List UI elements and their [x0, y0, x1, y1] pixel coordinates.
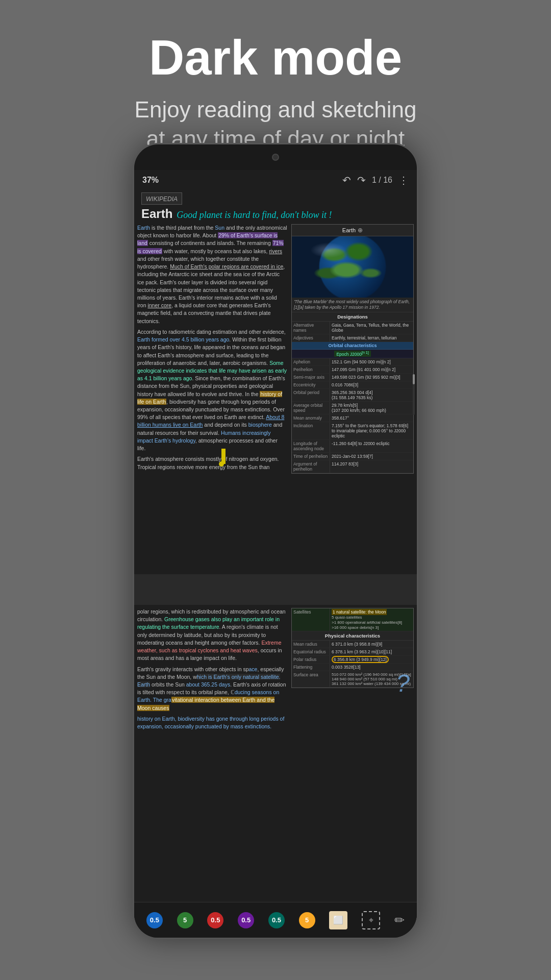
longitude-row: Longitude of ascending node -11.260 64[8…: [292, 440, 413, 453]
infobox-title: Earth ⊕: [292, 225, 413, 236]
purple-color-circle[interactable]: 0.5: [238, 912, 254, 928]
menu-icon[interactable]: ⋮: [398, 174, 409, 186]
perihelion-row: Perihelion 147.095 Gm (91 401 000 mi)[n …: [292, 366, 413, 374]
left-column: Earth is the third planet from the Sun a…: [137, 224, 287, 571]
bookmark-dot: [219, 461, 224, 467]
epoch-value: Epoch J2000[n 1]: [334, 351, 370, 357]
page-break: [134, 574, 417, 605]
color-tool-2[interactable]: 5: [177, 912, 193, 928]
history-on-text: history on Earth, biodiversity has gone …: [137, 715, 287, 730]
phone-top-bar: [134, 144, 417, 170]
orbital-header: Orbital characteristics: [292, 342, 413, 350]
infobox-2: Satellites 1 natural satellite: the Moon…: [291, 608, 414, 688]
alt-names-row: Alternative names Gaia, Gaea, Terra, Tel…: [292, 322, 413, 334]
left-column-2: polar regions, which is redistributed by…: [137, 608, 287, 863]
epoch-row: Epoch J2000[n 1]: [292, 350, 413, 358]
equatorial-radius-row: Equatorial radius 6 378.1 km (3 963.2 mi…: [292, 648, 413, 656]
adjectives-row: Adjectives Earthly, terrestrial, terran,…: [292, 334, 413, 342]
aphelion-row: Aphelion 152.1 Gm (94 500 000 mi)[n 2]: [292, 358, 413, 366]
orbital-period-row: Orbital period 365.256 363 004 d[4] (31 …: [292, 389, 413, 402]
content-area-1: Earth is the third planet from the Sun a…: [134, 224, 417, 571]
battery-level: 37%: [142, 176, 159, 185]
inclination-row: Inclination 7.155° to the Sun's equator;…: [292, 422, 413, 440]
mean-anomaly-row: Mean anomaly 358.617°: [292, 414, 413, 422]
lasso-icon: ⌖: [369, 916, 373, 925]
eccentricity-row: Eccentricity 0.016 7086[3]: [292, 381, 413, 389]
undo-icon[interactable]: ↶: [342, 174, 351, 186]
page2-paragraph-2: Earth's gravity interacts with other obj…: [137, 666, 287, 712]
screen: 37% ↶ ↷ 1 / 16 ⋮ WIKIPEDIA Earth Good pl…: [134, 170, 417, 938]
blue-color-circle[interactable]: 0.5: [146, 912, 163, 928]
article-paragraph-1: Earth is the third planet from the Sun a…: [137, 224, 287, 325]
polar-radius-annotation: 6 356.8 km (3 949.9 mi)[12]: [332, 656, 389, 663]
mean-radius-row: Mean radius 6 371.0 km (3 958.8 mi)[9]: [292, 641, 413, 648]
bottom-toolbar: 0.5 5 0.5 0.5 0.5: [134, 902, 417, 938]
infobox-caption: 'The Blue Marble' the most widely used p…: [292, 298, 413, 312]
page2-paragraph-1: polar regions, which is redistributed by…: [137, 608, 287, 663]
article-title-row: Earth Good planet is hard to find, don't…: [141, 207, 410, 221]
avg-orbital-row: Average orbital speed 29.78 km/s[5] (107…: [292, 402, 413, 414]
color-tool-3[interactable]: 0.5: [207, 912, 223, 928]
semi-major-row: Semi-major axis 149.598 023 Gm (92 955 9…: [292, 374, 413, 381]
scroll-indicator: [413, 374, 415, 415]
article-title: Earth: [141, 207, 172, 221]
eraser-button[interactable]: ⬜: [329, 911, 347, 929]
polar-radius-row: Polar radius 6 356.8 km (3 949.9 mi)[12]: [292, 656, 413, 664]
wiki-header: WIKIPEDIA Earth Good planet is hard to f…: [134, 190, 417, 224]
teal-color-circle[interactable]: 0.5: [268, 912, 285, 928]
article-paragraph-2: According to radiometric dating estimati…: [137, 328, 287, 453]
red-color-circle[interactable]: 0.5: [207, 912, 223, 928]
article-paragraph-3: Earth's atmosphere consists mostly of ni…: [137, 455, 287, 471]
color-tool-6[interactable]: 5: [299, 912, 315, 928]
status-bar-right: ↶ ↷ 1 / 16 ⋮: [342, 174, 409, 186]
question-mark-annotation: ?: [396, 669, 410, 697]
pencil-button[interactable]: ✏: [394, 913, 405, 927]
surface-area-row: Surface area 510 072 000 km² (196 940 00…: [292, 671, 413, 688]
redo-icon[interactable]: ↷: [357, 174, 366, 186]
designations-title: Designations: [292, 312, 413, 322]
eraser-icon: ⬜: [333, 915, 343, 925]
perihelion-time-row: Time of perihelion 2021-Jan-02 13:59[7]: [292, 453, 413, 460]
wikipedia-badge: WIKIPEDIA: [141, 192, 182, 205]
satellites-row: Satellites 1 natural satellite: the Moon…: [292, 608, 413, 631]
green-color-circle[interactable]: 5: [177, 912, 193, 928]
status-bar: 37% ↶ ↷ 1 / 16 ⋮: [134, 170, 417, 190]
content-area-2: polar regions, which is redistributed by…: [134, 608, 417, 863]
scroll-thumb: [413, 374, 415, 384]
color-tool-4[interactable]: 0.5: [238, 912, 254, 928]
phone-frame: 37% ↶ ↷ 1 / 16 ⋮ WIKIPEDIA Earth Good pl…: [133, 143, 418, 939]
pencil-icon: ✏: [394, 913, 405, 927]
right-column-2: ? Satellites 1 natural satellite: the Mo…: [291, 608, 414, 863]
handwritten-annotation: Good planet is hard to find, don't blow …: [177, 210, 332, 220]
argument-row: Argument of perihelion 114.207 83[3]: [292, 460, 413, 473]
phone-camera: [272, 154, 279, 161]
infobox: Earth ⊕ 'The Blue Marble' the most widel…: [291, 224, 414, 474]
color-tool-1[interactable]: 0.5: [146, 912, 163, 928]
header-title: Dark mode: [0, 31, 551, 85]
page-indicator: 1 / 16: [372, 176, 392, 185]
flattening-row: Flattening 0.003 3528[13]: [292, 664, 413, 671]
color-tool-5[interactable]: 0.5: [268, 912, 285, 928]
lasso-button[interactable]: ⌖: [362, 911, 380, 929]
yellow-color-circle[interactable]: 5: [299, 912, 315, 928]
physical-title: Physical characteristics: [292, 631, 413, 641]
earth-image: [292, 236, 413, 298]
right-column: Earth ⊕ 'The Blue Marble' the most widel…: [291, 224, 414, 571]
